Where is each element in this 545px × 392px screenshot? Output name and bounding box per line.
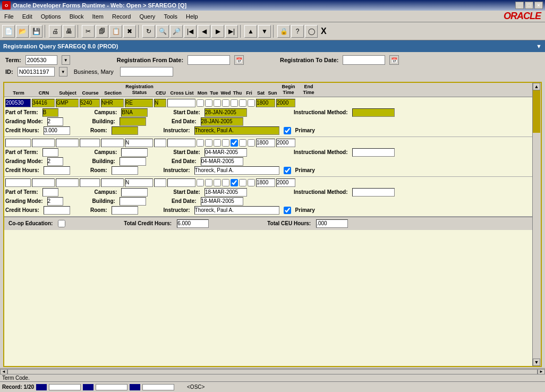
maximize-button[interactable]: □ [525,2,533,9]
row2-grading-mode[interactable] [47,157,63,166]
row3-sun[interactable] [248,179,255,186]
row3-ceu[interactable] [154,178,166,187]
row1-instructor[interactable] [194,126,279,135]
term-input[interactable] [25,55,57,65]
row2-crn[interactable] [32,139,55,147]
menu-item[interactable]: Item [88,12,108,21]
row3-instructor[interactable] [194,206,279,215]
row2-end-time[interactable] [276,139,295,147]
toolbar-save[interactable]: 💾 [30,25,42,38]
row2-subject[interactable] [56,139,79,147]
toolbar-search2[interactable]: 🔎 [170,25,183,38]
row2-mon[interactable] [197,139,204,147]
row1-building[interactable] [120,117,146,126]
row2-start-date[interactable] [205,148,247,157]
scroll-thumb[interactable] [533,90,540,133]
toolbar-nav4[interactable]: ▶| [225,25,238,38]
total-ceu-input[interactable] [316,219,348,228]
toolbar-new[interactable]: 📄 [2,25,15,38]
row1-crn[interactable] [32,99,55,107]
row1-fri[interactable] [231,99,238,107]
menu-file[interactable]: File [0,12,18,21]
hscroll-right[interactable]: ► [538,369,545,374]
scroll-up-arrow[interactable]: ▲ [533,83,540,90]
row3-reg-status[interactable] [125,178,153,187]
row2-reg-status[interactable] [125,139,153,147]
row1-start-date[interactable] [205,108,247,117]
row2-building[interactable] [120,157,146,166]
row2-credit-hours[interactable] [44,166,70,175]
row1-grading-mode[interactable] [47,117,63,126]
row3-cross-list[interactable] [167,178,195,187]
row1-wed[interactable] [214,99,221,107]
id-name-input[interactable] [120,67,173,76]
close-button[interactable]: × [534,2,543,9]
row2-room[interactable] [112,166,138,175]
row2-thu[interactable] [222,139,229,147]
row1-reg-status[interactable] [125,99,153,107]
menu-edit[interactable]: Edit [18,12,37,21]
row2-sun[interactable] [248,139,255,147]
row3-thu[interactable] [222,179,229,186]
menu-options[interactable]: Options [37,12,65,21]
row3-grading-mode[interactable] [47,197,63,206]
reg-query-close[interactable]: ▼ [536,43,542,49]
row2-sat[interactable] [239,139,246,147]
row3-sat[interactable] [239,179,246,186]
row2-end-date[interactable] [201,157,243,166]
term-dropdown[interactable]: ▼ [62,55,70,65]
x-close-button[interactable]: X [321,27,327,36]
toolbar-lock[interactable]: 🔒 [277,25,290,38]
row3-campus[interactable] [121,188,148,197]
row1-sat[interactable] [239,99,246,107]
row2-part-of-term[interactable] [42,148,58,157]
row3-inst-method[interactable] [352,188,395,197]
row3-part-of-term[interactable] [42,188,58,197]
row1-ceu[interactable] [154,99,166,107]
row3-mon[interactable] [197,179,204,186]
row1-mon[interactable] [197,99,204,107]
menu-record[interactable]: Record [108,12,135,21]
row1-thu[interactable] [222,99,229,107]
row1-cross-list[interactable] [167,99,195,107]
toolbar-print[interactable]: 🖨 [49,25,62,38]
menu-query[interactable]: Query [135,12,159,21]
toolbar-paste[interactable]: 📋 [109,25,122,38]
row2-inst-method[interactable] [352,148,395,157]
id-dropdown[interactable]: ▼ [59,67,67,76]
toolbar-search[interactable]: 🔍 [156,25,169,38]
row1-sun[interactable] [248,99,255,107]
row1-end-date[interactable] [201,117,243,126]
row2-fri[interactable] [231,139,238,147]
row2-course[interactable] [80,139,100,147]
reg-to-date-input[interactable] [343,55,385,65]
row2-campus[interactable] [121,148,148,157]
row1-course[interactable] [80,99,100,107]
row3-credit-hours[interactable] [44,206,70,215]
row3-room[interactable] [112,206,138,215]
row1-campus[interactable] [121,108,148,117]
hscroll-left[interactable]: ◄ [0,369,7,374]
toolbar-help[interactable]: ? [291,25,304,38]
toolbar-down[interactable]: ▼ [258,25,271,38]
scroll-down-arrow[interactable]: ▼ [533,359,540,366]
row3-start-date[interactable] [205,188,247,197]
reg-from-date-cal[interactable]: 📅 [234,55,244,65]
toolbar-print2[interactable]: 🖶 [63,25,75,38]
row3-crn[interactable] [32,178,55,187]
row1-subject[interactable] [56,99,79,107]
toolbar-info[interactable]: ◯ [305,25,318,38]
row3-term[interactable] [5,178,31,187]
row3-course[interactable] [80,178,100,187]
horizontal-scrollbar[interactable]: ◄ ► [0,368,545,374]
toolbar-cut[interactable]: ✂ [82,25,95,38]
row2-wed[interactable] [214,139,221,147]
row1-room[interactable] [112,126,138,135]
reg-from-date-input[interactable] [188,55,230,65]
row2-tue[interactable] [205,139,212,147]
row1-inst-method[interactable] [352,108,395,117]
toolbar-copy[interactable]: 🗐 [96,25,108,38]
row3-begin-time[interactable] [256,178,275,187]
id-input[interactable] [18,67,55,76]
vertical-scrollbar[interactable]: ▲ ▼ [532,83,541,366]
